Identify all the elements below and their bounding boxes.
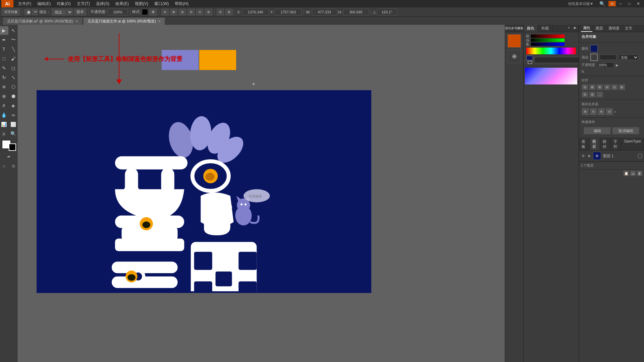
color-picker-area[interactable] [525, 68, 577, 84]
fill-swatch[interactable] [526, 56, 533, 60]
properties-tab[interactable]: 属性 [581, 25, 592, 32]
perspective-tool[interactable]: ⬢ [9, 92, 18, 101]
layer-lock-btn[interactable] [638, 154, 642, 158]
workspace-label[interactable]: 传统基本功能▼ [565, 1, 596, 7]
pencil-tool[interactable]: ✎ [0, 64, 8, 72]
color-thumbnail-2[interactable]: ⊕ [507, 50, 521, 63]
line-tool[interactable]: ╲ [9, 45, 18, 54]
direct-select-tool[interactable]: ↖ [9, 26, 18, 35]
path-ops-expand[interactable]: » [614, 108, 616, 115]
h-input[interactable] [343, 9, 369, 15]
menu-edit[interactable]: 编辑(E) [35, 0, 53, 7]
rotate-tool[interactable]: ↻ [0, 73, 8, 82]
artwork-canvas[interactable]: 元旦快乐 [37, 90, 371, 293]
curvature-tool[interactable]: 〜 [9, 36, 18, 44]
delete-layer-btn[interactable]: 🗑 [637, 170, 643, 176]
mesh-tool[interactable]: # [0, 101, 8, 110]
w-input[interactable] [312, 9, 337, 15]
hex-input[interactable] [534, 57, 579, 63]
y-input[interactable] [275, 9, 302, 15]
scale-tool[interactable]: ⤡ [9, 73, 18, 82]
panel-expand-btn[interactable]: ▶ [572, 25, 579, 32]
style-options-btn[interactable]: ⊕ [149, 9, 157, 15]
exclude-btn[interactable]: ⊘ [606, 108, 613, 115]
r-slider[interactable] [531, 35, 565, 38]
search-btn[interactable]: 🔍 [597, 0, 608, 7]
select-tool[interactable]: ▶ [0, 26, 8, 35]
dist-more[interactable]: … [596, 92, 603, 98]
pen-tool[interactable]: ✒ [0, 36, 8, 44]
tab-1[interactable]: 元旦是只猫源文件.ai @ 100% (RGB/预览) ✕ [83, 17, 165, 25]
align-top-edge[interactable]: ⊟ [604, 84, 610, 90]
free-transform-tool[interactable]: ⬡ [9, 82, 18, 91]
layer-visibility-btn[interactable]: 👁 [581, 154, 586, 158]
color-spectrum[interactable] [526, 48, 576, 54]
opacity-expand[interactable]: ▶ [616, 63, 619, 67]
stroke-type-select[interactable]: 实线 [619, 55, 639, 60]
edit-btn[interactable]: 编辑 [584, 127, 611, 134]
menu-window[interactable]: 窗口(W) [152, 0, 171, 7]
dist-v[interactable]: ⊞ [589, 92, 596, 98]
eyedropper-tool[interactable]: 💧 [0, 111, 8, 119]
add-layer-btn[interactable]: 🗂 [630, 170, 636, 176]
path-tab[interactable]: 路径 [600, 138, 611, 150]
gradient-tool[interactable]: ◈ [9, 101, 18, 110]
menu-effect[interactable]: 效果(E) [113, 0, 131, 7]
opentype-tab[interactable]: OpenType [621, 138, 644, 150]
tab-0-close[interactable]: ✕ [75, 19, 78, 23]
menu-object[interactable]: 对象(O) [54, 0, 73, 7]
swap-fill-stroke[interactable]: ⇄ [4, 152, 13, 161]
unite-btn[interactable]: ⊕ [582, 108, 589, 115]
align-bottom-edge[interactable]: ⊞ [619, 84, 625, 90]
mianban-tab[interactable]: 面板 [579, 138, 590, 150]
menu-file[interactable]: 文件(F) [15, 0, 34, 7]
make-sublayer-btn[interactable]: 📋 [623, 170, 629, 176]
window-minimize[interactable]: ─ [616, 1, 625, 7]
colors-tab[interactable]: 颜色参考 [505, 26, 517, 31]
transparency-tab[interactable]: 透明度 [606, 25, 622, 32]
style-preview[interactable] [142, 9, 148, 15]
distribute-h-btn[interactable]: ⊟ [217, 9, 224, 15]
align-middle-btn[interactable]: ⊡ [196, 9, 204, 15]
stroke-color[interactable] [9, 144, 15, 150]
minus-front-btn[interactable]: ⊖ [590, 108, 597, 115]
align-center-btn[interactable]: ⊠ [170, 9, 177, 15]
blend-tool[interactable]: ∞ [9, 111, 18, 119]
color-boxes[interactable] [2, 140, 15, 150]
type-tool[interactable]: T [0, 45, 8, 54]
layer-item-1[interactable]: 👁 ▶ 图 图层 1 [579, 150, 644, 162]
align-right-edge[interactable]: ⊞ [596, 84, 603, 90]
canvas-area[interactable]: 使用【矩形工具】绘制深蓝色矩形作为背景 [17, 25, 505, 362]
stroke-size-btn[interactable]: 基本 [74, 9, 86, 15]
menu-view[interactable]: 视图(V) [132, 0, 151, 7]
tab-0[interactable]: 元旦是只猫讲解.ai* @ 300% (RGB/预览) ✕ [3, 17, 83, 25]
cancel-group-btn[interactable]: 取消编组 [612, 127, 639, 134]
panel-menu-btn[interactable]: ≡ [566, 25, 572, 32]
stroke-swatch[interactable] [528, 61, 532, 64]
layer-expand-btn[interactable]: ▶ [587, 154, 592, 158]
paintbrush-tool[interactable]: 🖌 [9, 54, 18, 63]
tab-1-close[interactable]: ✕ [158, 19, 161, 23]
menu-help[interactable]: 帮助(H) [172, 0, 191, 7]
screen-mode-normal[interactable]: □ [0, 162, 8, 170]
align-v-center[interactable]: ⊡ [611, 84, 618, 90]
tool-options-btn[interactable]: ▣ [24, 9, 31, 15]
b-slider[interactable] [531, 43, 565, 46]
text-tab[interactable]: 文字 [623, 25, 634, 32]
g-slider[interactable] [531, 39, 565, 42]
color-thumbnail[interactable] [507, 34, 521, 48]
align-left-btn[interactable]: ⊟ [161, 9, 169, 15]
align-h-center[interactable]: ⊠ [589, 84, 596, 90]
screen-mode-full[interactable]: ⊡ [9, 162, 18, 170]
select-all-btn[interactable]: 对齐对象 [2, 9, 20, 15]
chart-tool[interactable]: 📊 [0, 120, 8, 129]
pen-tool-btn[interactable]: ✏ [32, 9, 38, 15]
fill-color-btn[interactable] [590, 45, 598, 52]
align-top-btn[interactable]: ⊟ [187, 9, 195, 15]
adobe-icon[interactable]: Ai [608, 1, 616, 6]
menu-select[interactable]: 选择(S) [93, 0, 112, 7]
artboard-tool[interactable]: ⬜ [9, 120, 18, 129]
slice-tool[interactable]: ⚔ [0, 129, 8, 138]
distribute-v-btn[interactable]: ⊞ [225, 9, 233, 15]
zoom-tool[interactable]: 🔍 [9, 129, 18, 138]
